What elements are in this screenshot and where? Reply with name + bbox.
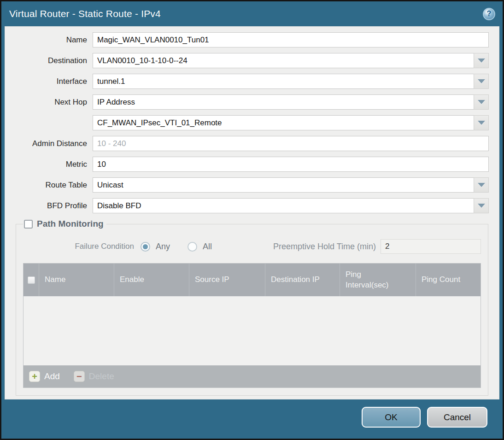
bfd-profile-dropdown-button[interactable] (474, 198, 489, 213)
failure-condition-any-option[interactable]: Any (141, 242, 170, 252)
minus-icon: − (74, 371, 85, 382)
route-table-label: Route Table (5, 181, 93, 190)
path-monitoring-table: Name Enable Source IP Destination IP Pin… (23, 263, 481, 388)
form-row-bfd-profile: BFD Profile (5, 198, 489, 213)
cancel-button[interactable]: Cancel (427, 407, 487, 428)
static-route-dialog: Virtual Router - Static Route - IPv4 ? N… (0, 0, 504, 440)
destination-input[interactable] (93, 53, 474, 68)
select-all-checkbox[interactable] (28, 276, 35, 284)
preemptive-hold-time-label: Preemptive Hold Time (min) (273, 242, 381, 252)
dialog-footer: OK Cancel (1, 399, 503, 439)
column-header-ping-count: Ping Count (416, 264, 481, 296)
radio-any-label: Any (156, 242, 170, 252)
preemptive-hold-time-input[interactable] (381, 239, 481, 254)
table-header-row: Name Enable Source IP Destination IP Pin… (23, 264, 481, 296)
interface-label: Interface (5, 77, 93, 86)
delete-button[interactable]: − Delete (74, 371, 114, 382)
title-bar: Virtual Router - Static Route - IPv4 ? (1, 1, 503, 26)
column-header-source-ip: Source IP (189, 264, 265, 296)
next-hop-type-dropdown-button[interactable] (474, 94, 489, 110)
bfd-profile-input[interactable] (93, 198, 474, 213)
path-monitoring-checkbox[interactable] (24, 220, 33, 229)
failure-condition-row: Failure Condition Any All Preemptive Hol… (23, 239, 481, 254)
column-header-enable: Enable (114, 264, 189, 296)
table-header-checkbox-cell (23, 264, 39, 296)
next-hop-label: Next Hop (5, 98, 93, 107)
radio-all-icon (188, 242, 197, 252)
destination-label: Destination (5, 56, 93, 65)
column-header-name: Name (39, 264, 114, 296)
preemptive-hold-time-group: Preemptive Hold Time (min) (273, 239, 481, 254)
metric-input[interactable] (93, 157, 489, 172)
column-header-ping-interval: Ping Interval(sec) (340, 264, 416, 296)
form-row-admin-distance: Admin Distance (5, 136, 489, 151)
table-toolbar: + Add − Delete (23, 365, 481, 387)
bfd-profile-label: BFD Profile (5, 201, 93, 211)
dialog-title: Virtual Router - Static Route - IPv4 (9, 8, 161, 19)
name-label: Name (5, 35, 93, 45)
interface-input[interactable] (93, 74, 474, 89)
next-hop-address-dropdown-button[interactable] (474, 115, 489, 130)
form-row-name: Name (5, 32, 489, 47)
plus-icon: + (29, 371, 40, 382)
add-button[interactable]: + Add (29, 371, 60, 382)
path-monitoring-title: Path Monitoring (37, 219, 104, 229)
chevron-down-icon (478, 204, 485, 208)
form-row-next-hop-address (5, 115, 489, 130)
chevron-down-icon (478, 121, 485, 125)
failure-condition-all-option[interactable]: All (188, 242, 212, 252)
form-row-destination: Destination (5, 53, 489, 68)
interface-dropdown-button[interactable] (474, 74, 489, 89)
metric-label: Metric (5, 160, 93, 169)
dialog-content: Name Destination Interface (5, 26, 499, 399)
add-button-label: Add (44, 371, 60, 381)
next-hop-type-input[interactable] (93, 94, 474, 110)
next-hop-address-input[interactable] (93, 115, 474, 130)
form-row-interface: Interface (5, 74, 489, 89)
chevron-down-icon (478, 100, 485, 104)
column-header-destination-ip: Destination IP (265, 264, 340, 296)
question-mark-glyph: ? (487, 10, 492, 18)
radio-all-label: All (203, 242, 212, 252)
name-input[interactable] (93, 32, 489, 47)
ok-button[interactable]: OK (362, 407, 421, 428)
destination-dropdown-button[interactable] (474, 53, 489, 68)
chevron-down-icon (478, 59, 485, 63)
chevron-down-icon (478, 79, 485, 83)
form-row-metric: Metric (5, 157, 489, 172)
route-table-input[interactable] (93, 177, 474, 193)
help-icon[interactable]: ? (483, 8, 495, 20)
admin-distance-input[interactable] (93, 136, 489, 151)
form-row-route-table: Route Table (5, 177, 489, 193)
chevron-down-icon (478, 183, 485, 187)
path-monitoring-legend: Path Monitoring (23, 219, 106, 229)
delete-button-label: Delete (89, 371, 114, 381)
route-table-dropdown-button[interactable] (474, 177, 489, 193)
form-row-next-hop: Next Hop (5, 94, 489, 110)
admin-distance-label: Admin Distance (5, 139, 93, 148)
failure-condition-radio-group: Any All (141, 242, 212, 252)
table-body-empty (23, 296, 481, 365)
radio-any-icon (141, 242, 150, 252)
failure-condition-label: Failure Condition (23, 242, 141, 251)
path-monitoring-section: Path Monitoring Failure Condition Any Al… (16, 219, 488, 396)
